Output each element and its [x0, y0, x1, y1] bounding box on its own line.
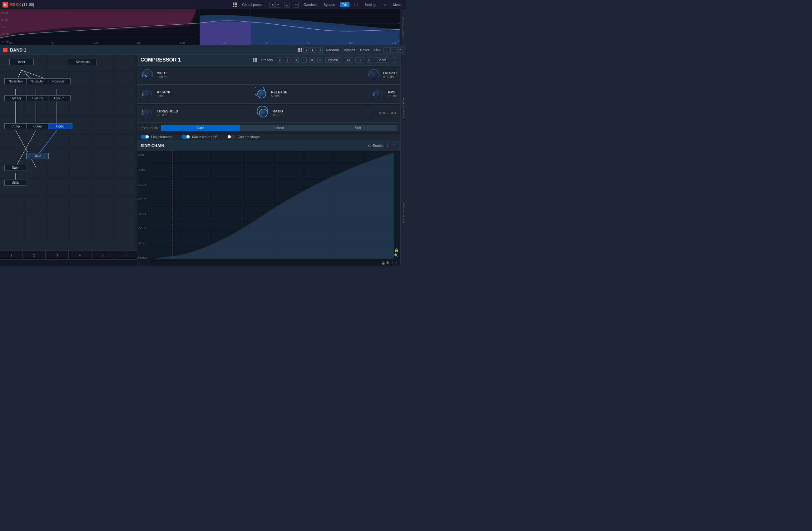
transfer-curve: 0 dB -6 dB -12 dB -18 dB -24 dB -30 dB -…: [137, 150, 401, 266]
output-param-info: OUTPUT 0.00 dB: [383, 71, 397, 79]
link-channels-switch[interactable]: [141, 135, 149, 139]
grid-presets-icon[interactable]: [233, 2, 237, 7]
fullscreen-button[interactable]: ⊡: [284, 2, 290, 8]
comp-prev-button[interactable]: ◄: [277, 57, 282, 63]
sidechain-node[interactable]: Sidechain: [69, 59, 97, 65]
utility-node[interactable]: Utility: [4, 180, 27, 186]
add-button[interactable]: +: [293, 2, 299, 8]
scroll-indicator[interactable]: < >: [0, 259, 137, 266]
comp-ratio-button[interactable]: 1x: [356, 57, 364, 63]
knee-linear-button[interactable]: Linear: [240, 125, 319, 131]
band-bypass-button[interactable]: Bypass: [342, 47, 357, 53]
dyneq2-node[interactable]: Dyn Eq: [26, 95, 49, 101]
link-row: Link channels Maximize to 0dB Custom sha…: [137, 133, 401, 141]
noisegen3-node[interactable]: NoiseGen: [48, 78, 71, 84]
curve-svg: [151, 150, 394, 259]
release-label: RELEASE: [271, 90, 287, 94]
comp1-node[interactable]: Comp: [4, 124, 27, 129]
sidechain-enable-label: Enable: [373, 144, 383, 147]
release-knob-wrapper[interactable]: [255, 87, 269, 101]
edit-button[interactable]: Edit: [340, 2, 349, 7]
info-button[interactable]: ⓘ: [352, 2, 360, 8]
band-random-button[interactable]: Random: [324, 47, 341, 53]
comp-grid-icon[interactable]: [253, 58, 257, 62]
bypass-button[interactable]: Bypass: [322, 2, 337, 7]
channel-5-label[interactable]: 5: [91, 251, 114, 259]
curve-bottom-zoom-icon[interactable]: 🔍: [386, 261, 390, 264]
attack-knob-wrapper[interactable]: [141, 87, 154, 101]
ratio-label: RATIO: [273, 109, 285, 113]
link-channels-toggle: Link channels: [141, 135, 172, 139]
knee-hard-button[interactable]: Hard: [161, 125, 240, 131]
band-grid-icon[interactable]: [298, 48, 302, 52]
threshold-knob-wrapper[interactable]: [141, 106, 154, 120]
maximize-switch[interactable]: [182, 135, 190, 139]
channel-1-label[interactable]: 1: [0, 251, 23, 259]
band-right-button[interactable]: →: [390, 47, 396, 53]
band-left-button[interactable]: ←: [383, 47, 389, 53]
input-node[interactable]: Input: [9, 59, 34, 65]
sidechain-help-button[interactable]: ?: [385, 143, 390, 148]
sidechain-title: SIDE-CHAIN: [141, 143, 164, 148]
param-row-1: INPUT 0.00 dB OUTPUT: [137, 66, 401, 85]
comp-expand-button[interactable]: ⊞: [367, 57, 372, 63]
channel-6-label[interactable]: 6: [114, 251, 137, 259]
channel-3-label[interactable]: 3: [46, 251, 68, 259]
dyneq3-node[interactable]: Dyn Eq: [48, 95, 71, 101]
spectrum-analyzer: 24 dB12 dB0 dB-12 dB-24 dB 2050100200500…: [0, 9, 406, 45]
band-next-button[interactable]: ►: [310, 47, 316, 53]
rms-param-info: RMS 1.0 ms: [388, 90, 397, 98]
settings-button[interactable]: Settings: [363, 2, 379, 7]
band-link-button[interactable]: Link: [372, 47, 382, 53]
custom-shape-switch[interactable]: [227, 135, 236, 139]
sidechain-expand-button[interactable]: ⌃: [392, 143, 397, 148]
comp-banks-button[interactable]: Banks: [375, 57, 389, 63]
comp-all-button[interactable]: All: [344, 57, 353, 63]
band-prev-button[interactable]: ◄: [303, 47, 309, 53]
maximize-toggle: Maximize to 0dB: [182, 135, 217, 139]
nav-prev-button[interactable]: ◄: [269, 2, 275, 8]
comp-fullscreen-button[interactable]: ⊡: [293, 57, 299, 63]
comp-help-button[interactable]: ?: [392, 57, 397, 63]
comp-add-button[interactable]: +: [301, 57, 307, 63]
band-reset-button[interactable]: Reset: [358, 47, 371, 53]
comp-bypass-button[interactable]: Bypass: [325, 57, 342, 63]
home-button[interactable]: ⌂: [382, 2, 388, 7]
attack-param-info: ATTACK 0 ms: [157, 90, 171, 98]
svg-line-35: [16, 130, 36, 167]
comp-copy-button[interactable]: ⧉: [309, 57, 315, 63]
knee-soft-button[interactable]: Soft: [319, 125, 397, 131]
zoom-icon[interactable]: 🔍: [394, 253, 399, 258]
ratio1-node[interactable]: Ratio: [4, 165, 27, 171]
global-presets-button[interactable]: Global presets: [241, 2, 266, 7]
noisegen2-node[interactable]: NoiseGen: [26, 78, 49, 84]
nav-next-button[interactable]: ►: [275, 2, 281, 8]
input-knob-wrapper[interactable]: [141, 68, 154, 82]
multiparameters-label: MultiParameters: [401, 160, 406, 266]
channel-2-label[interactable]: 2: [23, 251, 46, 259]
channel-4-label[interactable]: 4: [69, 251, 91, 259]
band-title: BAND 1: [10, 47, 26, 53]
output-value: 0.00 dB: [383, 75, 397, 79]
dyneq1-node[interactable]: Dyn Eq: [4, 95, 27, 101]
random-button[interactable]: Random: [302, 2, 319, 7]
comp-paste-button[interactable]: ⧊: [317, 57, 323, 63]
ratio-knob-wrapper[interactable]: [257, 106, 270, 120]
power-icon: ⏻: [368, 144, 372, 147]
knee-size-knob-wrapper[interactable]: [363, 106, 377, 120]
comp2-node[interactable]: Comp: [26, 124, 49, 129]
menu-button[interactable]: Menu: [391, 2, 404, 7]
rms-knob-wrapper[interactable]: [372, 87, 386, 101]
band-help-button[interactable]: ?: [397, 47, 403, 53]
comp3-node[interactable]: Comp: [48, 124, 72, 129]
comp-next-button[interactable]: ►: [285, 57, 290, 63]
noisegen1-node[interactable]: NoiseGen: [4, 78, 27, 84]
ratio-param-info: RATIO 15.12 : 1: [273, 109, 285, 117]
ratio-hover-node[interactable]: Ratio: [26, 153, 49, 159]
lock-icon[interactable]: 🔒: [394, 248, 399, 253]
rms-label: RMS: [388, 90, 397, 94]
output-knob-wrapper[interactable]: [367, 68, 381, 82]
logo-icon: M: [2, 2, 8, 8]
curve-bottom-lock-icon[interactable]: 🔒: [382, 261, 385, 264]
band-fullscreen-button[interactable]: ⊡: [317, 47, 323, 53]
